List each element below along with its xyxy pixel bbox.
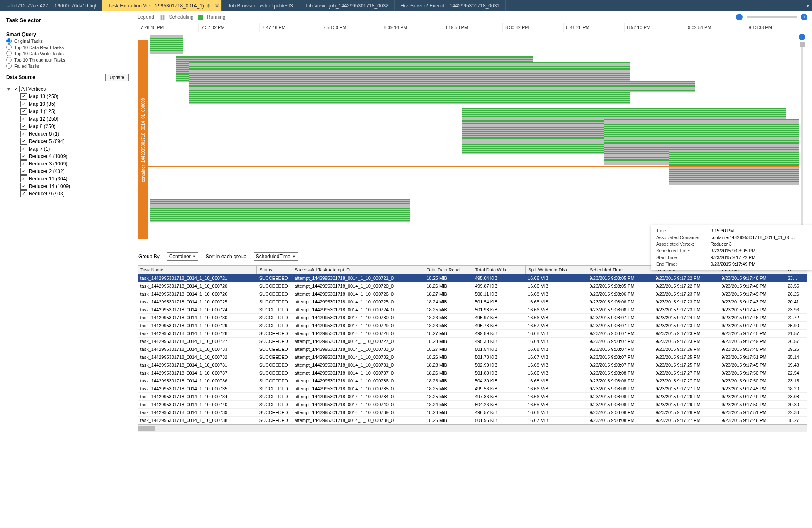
tree-node[interactable]: ✓Reducer 14 (1009) <box>20 183 129 190</box>
checkbox-icon[interactable]: ✓ <box>20 138 27 145</box>
table-row[interactable]: task_1442995301718_0014_1_10_000732SUCCE… <box>138 353 807 361</box>
table-row[interactable]: task_1442995301718_0014_1_10_000735SUCCE… <box>138 385 807 393</box>
tree-node[interactable]: ✓Reducer 9 (903) <box>20 190 129 197</box>
table-row[interactable]: task_1442995301718_0014_1_10_000736SUCCE… <box>138 377 807 385</box>
zoom-slider[interactable] <box>747 16 797 18</box>
zoom-out-icon[interactable]: − <box>736 14 743 20</box>
tab-4[interactable]: HiveServer2 Execut…1442995301718_0031 <box>395 0 506 11</box>
checkbox-icon[interactable]: ✓ <box>20 190 27 197</box>
table-row[interactable]: task_1442995301718_0014_1_10_000730SUCCE… <box>138 314 807 322</box>
checkbox-icon[interactable]: ✓ <box>20 93 27 100</box>
close-icon[interactable]: ✕ <box>215 3 219 9</box>
pin-icon[interactable]: ⊕ <box>207 3 211 9</box>
query-option-1[interactable]: Top 10 Data Read Tasks <box>6 44 129 50</box>
table-cell: 26.57 <box>785 338 807 345</box>
time-cursor[interactable] <box>727 32 727 248</box>
checkbox-icon[interactable]: ✓ <box>20 108 27 115</box>
table-row[interactable]: task_1442995301718_0014_1_10_000726SUCCE… <box>138 290 807 298</box>
radio-label: Top 10 Throughput Tasks <box>14 57 65 62</box>
checkbox-icon[interactable]: ✓ <box>20 116 27 122</box>
group-by-select[interactable]: Container ▼ <box>167 252 198 261</box>
gantt-chart[interactable]: container_1442995301718_0014_01_000008 +… <box>138 32 807 248</box>
checkbox-icon[interactable]: ✓ <box>20 168 27 175</box>
gantt-bar[interactable] <box>189 102 630 104</box>
table-cell: attempt_1442995301718_0014_1_10_000735_0 <box>292 385 424 393</box>
tree-node[interactable]: ✓Reducer 11 (304) <box>20 175 129 183</box>
tree-node[interactable]: ✓Map 10 (35) <box>20 100 129 108</box>
gantt-bar[interactable] <box>150 220 410 222</box>
radio-input[interactable] <box>6 38 12 44</box>
checkbox-icon[interactable]: ✓ <box>20 160 27 167</box>
table-row[interactable]: task_1442995301718_0014_1_10_000733SUCCE… <box>138 345 807 353</box>
tree-node[interactable]: ✓Map 8 (250) <box>20 123 129 130</box>
query-option-4[interactable]: Failed Tasks <box>6 63 129 69</box>
zoom-in-icon[interactable]: + <box>801 14 807 20</box>
table-row[interactable]: task_1442995301718_0014_1_10_000729SUCCE… <box>138 322 807 330</box>
radio-input[interactable] <box>6 63 12 69</box>
checkbox-icon[interactable]: ✓ <box>20 101 27 107</box>
column-header[interactable]: Spill Written to Disk <box>525 266 587 274</box>
tree-node[interactable]: ✓Map 12 (250) <box>20 115 129 123</box>
column-header[interactable]: Task Name <box>138 266 257 274</box>
update-button[interactable]: Update <box>105 74 129 81</box>
table-row[interactable]: task_1442995301718_0014_1_10_000725SUCCE… <box>138 298 807 306</box>
gantt-bar[interactable] <box>241 90 695 92</box>
checkbox-icon[interactable]: ✓ <box>20 175 27 182</box>
column-header[interactable]: Successful Task Attempt ID <box>292 266 424 274</box>
vertex-tree[interactable]: ▾ ✓ All Vertices ✓Map 13 (250)✓Map 10 (3… <box>6 85 129 523</box>
checkbox-icon[interactable]: ✓ <box>20 146 27 152</box>
table-row[interactable]: task_1442995301718_0014_1_10_000720SUCCE… <box>138 282 807 290</box>
column-header[interactable]: Total Data Write <box>472 266 525 274</box>
v-zoom-slider[interactable] <box>801 42 803 230</box>
radio-input[interactable] <box>6 57 12 62</box>
table-row[interactable]: task_1442995301718_0014_1_10_000727SUCCE… <box>138 338 807 345</box>
table-row[interactable]: task_1442995301718_0014_1_10_000724SUCCE… <box>138 306 807 314</box>
radio-input[interactable] <box>6 44 12 50</box>
checkbox-icon[interactable]: ✓ <box>13 86 20 92</box>
table-cell: 9/23/2015 9:17:22 PM <box>653 274 719 282</box>
radio-input[interactable] <box>6 51 12 56</box>
tree-node[interactable]: ✓Reducer 2 (432) <box>20 168 129 175</box>
sort-select[interactable]: ScheduledTime ▼ <box>254 252 298 261</box>
table-cell: 9/23/2015 9:17:23 PM <box>653 306 719 314</box>
query-option-2[interactable]: Top 10 Data Write Tasks <box>6 51 129 56</box>
tree-node[interactable]: ✓Map 1 (125) <box>20 108 129 115</box>
checkbox-icon[interactable]: ✓ <box>20 131 27 137</box>
tree-root[interactable]: ▾ ✓ All Vertices <box>6 85 129 93</box>
table-row[interactable]: task_1442995301718_0014_1_10_000737SUCCE… <box>138 369 807 377</box>
query-option-0[interactable]: Original Tasks <box>6 38 129 44</box>
tab-0[interactable]: fafbd712-72ce-427…-09d00e76da1d.hql <box>0 0 102 11</box>
tab-1[interactable]: Task Execution Vie…2995301718_0014_1)⊕✕ <box>102 0 222 11</box>
tab-overflow-icon[interactable]: ▾ <box>804 0 812 11</box>
column-header[interactable]: Status <box>257 266 292 274</box>
table-row[interactable]: task_1442995301718_0014_1_10_000734SUCCE… <box>138 393 807 401</box>
tree-node[interactable]: ✓Reducer 6 (1) <box>20 130 129 138</box>
tree-node[interactable]: ✓Reducer 5 (694) <box>20 138 129 145</box>
table-row[interactable]: task_1442995301718_0014_1_10_000731SUCCE… <box>138 361 807 369</box>
column-header[interactable]: Scheduled Time <box>587 266 653 274</box>
tree-node[interactable]: ✓Map 7 (1) <box>20 145 129 153</box>
table-row[interactable]: task_1442995301718_0014_1_10_000740SUCCE… <box>138 401 807 409</box>
checkbox-icon[interactable]: ✓ <box>20 153 27 160</box>
tab-3[interactable]: Job View : job_1442995301718_0032 <box>299 0 395 11</box>
tree-node[interactable]: ✓Map 13 (250) <box>20 93 129 100</box>
v-zoom-in-icon[interactable]: + <box>799 34 805 40</box>
checkbox-icon[interactable]: ✓ <box>20 183 27 190</box>
gantt-bar[interactable] <box>150 52 183 54</box>
task-grid[interactable]: Task NameStatusSuccessful Task Attempt I… <box>138 265 807 523</box>
horizontal-scrollbar[interactable] <box>138 424 807 432</box>
table-cell: 23… <box>785 274 807 282</box>
checkbox-icon[interactable]: ✓ <box>20 123 27 130</box>
gantt-bar[interactable] <box>669 183 799 185</box>
tree-node[interactable]: ✓Reducer 4 (1009) <box>20 153 129 160</box>
query-option-3[interactable]: Top 10 Throughput Tasks <box>6 57 129 62</box>
table-row[interactable]: task_1442995301718_0014_1_10_000721SUCCE… <box>138 274 807 282</box>
table-row[interactable]: task_1442995301718_0014_1_10_000739SUCCE… <box>138 409 807 417</box>
tab-2[interactable]: Job Browser : vstooltpchtest3 <box>222 0 299 11</box>
table-row[interactable]: task_1442995301718_0014_1_10_000738SUCCE… <box>138 417 807 424</box>
table-cell: SUCCEEDED <box>257 401 292 409</box>
column-header[interactable]: Total Data Read <box>424 266 472 274</box>
tree-node[interactable]: ✓Reducer 3 (1009) <box>20 160 129 168</box>
table-row[interactable]: task_1442995301718_0014_1_10_000728SUCCE… <box>138 330 807 338</box>
tree-twisty-icon[interactable]: ▾ <box>6 86 11 91</box>
